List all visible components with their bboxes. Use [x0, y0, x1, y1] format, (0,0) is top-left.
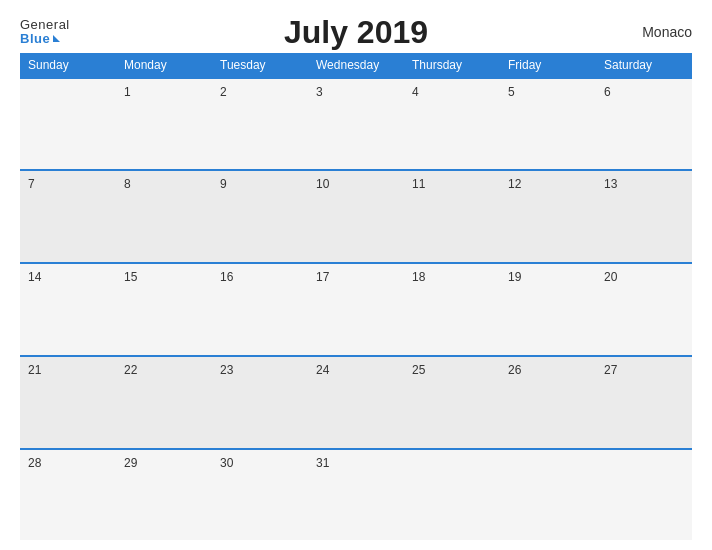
calendar-cell: 24	[308, 356, 404, 449]
logo-blue-text: Blue	[20, 32, 60, 46]
calendar-cell: 6	[596, 78, 692, 171]
week-row-3: 14151617181920	[20, 263, 692, 356]
calendar-cell: 10	[308, 170, 404, 263]
calendar-cell: 18	[404, 263, 500, 356]
week-row-4: 21222324252627	[20, 356, 692, 449]
day-header-sunday: Sunday	[20, 53, 116, 78]
calendar-cell: 17	[308, 263, 404, 356]
week-row-5: 28293031	[20, 449, 692, 540]
logo-triangle-icon	[53, 35, 60, 42]
calendar-cell: 15	[116, 263, 212, 356]
day-header-tuesday: Tuesday	[212, 53, 308, 78]
calendar-cell: 11	[404, 170, 500, 263]
calendar-cell: 16	[212, 263, 308, 356]
calendar-cell	[596, 449, 692, 540]
calendar-cell: 27	[596, 356, 692, 449]
calendar-cell: 22	[116, 356, 212, 449]
calendar-cell: 25	[404, 356, 500, 449]
calendar-cell: 5	[500, 78, 596, 171]
calendar-cell: 20	[596, 263, 692, 356]
day-header-monday: Monday	[116, 53, 212, 78]
calendar-cell: 13	[596, 170, 692, 263]
calendar-cell: 12	[500, 170, 596, 263]
calendar-cell: 14	[20, 263, 116, 356]
logo-general-text: General	[20, 18, 70, 32]
calendar-cell: 28	[20, 449, 116, 540]
calendar-cell	[20, 78, 116, 171]
calendar-cell: 19	[500, 263, 596, 356]
day-header-thursday: Thursday	[404, 53, 500, 78]
calendar-title: July 2019	[284, 14, 428, 51]
calendar-cell	[404, 449, 500, 540]
calendar-cell: 8	[116, 170, 212, 263]
day-header-saturday: Saturday	[596, 53, 692, 78]
calendar-cell: 9	[212, 170, 308, 263]
calendar-page: General Blue July 2019 Monaco SundayMond…	[0, 0, 712, 550]
calendar-header: General Blue July 2019 Monaco	[20, 18, 692, 47]
calendar-cell: 30	[212, 449, 308, 540]
day-header-wednesday: Wednesday	[308, 53, 404, 78]
calendar-cell: 7	[20, 170, 116, 263]
days-header-row: SundayMondayTuesdayWednesdayThursdayFrid…	[20, 53, 692, 78]
calendar-cell: 23	[212, 356, 308, 449]
calendar-cell: 3	[308, 78, 404, 171]
week-row-1: 123456	[20, 78, 692, 171]
calendar-cell: 1	[116, 78, 212, 171]
calendar-cell: 31	[308, 449, 404, 540]
calendar-cell	[500, 449, 596, 540]
week-row-2: 78910111213	[20, 170, 692, 263]
calendar-cell: 29	[116, 449, 212, 540]
calendar-cell: 26	[500, 356, 596, 449]
day-header-friday: Friday	[500, 53, 596, 78]
calendar-cell: 2	[212, 78, 308, 171]
calendar-cell: 21	[20, 356, 116, 449]
calendar-cell: 4	[404, 78, 500, 171]
calendar-table: SundayMondayTuesdayWednesdayThursdayFrid…	[20, 53, 692, 540]
logo: General Blue	[20, 18, 70, 47]
country-label: Monaco	[642, 24, 692, 40]
